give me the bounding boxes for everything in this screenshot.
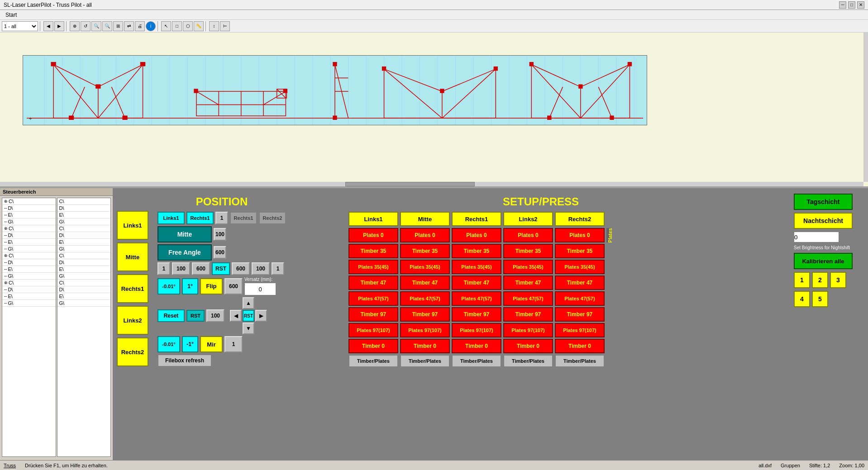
list-item[interactable]: ─D\ <box>2 205 56 212</box>
list-item[interactable]: G\ <box>57 273 111 280</box>
num-btn-2[interactable]: 2 <box>812 272 828 288</box>
view-dropdown[interactable]: 1 - all <box>2 21 38 31</box>
sp-links2-timber47[interactable]: Timber 47 <box>503 275 553 290</box>
sp-rechts2-timber47[interactable]: Timber 47 <box>555 275 605 290</box>
sp-links1-btn[interactable]: Links1 <box>348 212 398 226</box>
sp-rechts2-timber35[interactable]: Timber 35 <box>555 244 605 258</box>
toolbar-arrows[interactable]: ⇄ <box>124 21 134 31</box>
mir-btn[interactable]: Mir <box>200 336 223 352</box>
list-item[interactable]: C\ <box>57 225 111 232</box>
vertical-scrollbar[interactable] <box>863 33 868 182</box>
sp-rechts1-btn[interactable]: Rechts1 <box>452 212 501 226</box>
toolbar-print[interactable]: 🖨 <box>135 21 145 31</box>
toolbar-back[interactable]: ◀ <box>43 21 53 31</box>
angle-neg1-btn[interactable]: -1° <box>182 336 198 352</box>
list-item[interactable]: ─D\ <box>2 286 56 293</box>
scrollbar-thumb[interactable] <box>345 182 475 186</box>
angle-neg2-btn[interactable]: -0.01° <box>157 336 180 352</box>
sp-links1-plates97[interactable]: Plates 97(107) <box>348 323 398 337</box>
list-item[interactable]: D\ <box>57 232 111 239</box>
num-btn-4[interactable]: 4 <box>794 291 810 307</box>
rst2-btn[interactable]: RST <box>186 310 205 322</box>
list-item[interactable]: E\ <box>57 266 111 273</box>
links1-section-btn[interactable]: Links1 <box>117 211 148 240</box>
sp-links1-timber47[interactable]: Timber 47 <box>348 275 398 290</box>
sp-rechts1-plates0[interactable]: Plates 0 <box>452 228 501 242</box>
sp-links1-timber97[interactable]: Timber 97 <box>348 307 398 322</box>
nachtschicht-btn[interactable]: Nachtschicht <box>794 213 853 229</box>
sp-mitte-plates35[interactable]: Plates 35(45) <box>400 260 450 274</box>
links1-btn[interactable]: Links1 <box>157 212 185 224</box>
sp-mitte-plates47[interactable]: Plates 47(57) <box>400 291 450 306</box>
sp-links2-plates35[interactable]: Plates 35(45) <box>503 260 553 274</box>
sp-mitte-timber35[interactable]: Timber 35 <box>400 244 450 258</box>
toolbar-zoom-out[interactable]: 🔍 <box>102 21 112 31</box>
sp-links2-timber97[interactable]: Timber 97 <box>503 307 553 322</box>
list-item[interactable]: G\ <box>57 218 111 225</box>
toolbar-btn1[interactable]: ⊕ <box>70 21 80 31</box>
num-btn-1[interactable]: 1 <box>794 272 810 288</box>
toolbar-extend[interactable]: ⊢ <box>220 21 230 31</box>
sp-rechts1-plates47[interactable]: Plates 47(57) <box>452 291 501 306</box>
close-button[interactable]: ✕ <box>857 1 864 9</box>
brightness-input[interactable] <box>794 232 839 242</box>
list-item[interactable]: ⊕C\ <box>2 198 56 205</box>
links2-section-btn[interactable]: Links2 <box>117 306 148 335</box>
rechts1-section-btn[interactable]: Rechts1 <box>117 274 148 303</box>
versatz-input[interactable] <box>244 283 276 295</box>
toolbar-rect[interactable]: □ <box>172 21 182 31</box>
nav-right-btn[interactable]: ▶ <box>255 310 267 322</box>
sp-links1-timber0[interactable]: Timber 0 <box>348 339 398 353</box>
list-item[interactable]: E\ <box>57 212 111 218</box>
list-item[interactable]: E\ <box>57 239 111 246</box>
reset-btn[interactable]: Reset <box>157 309 185 322</box>
sp-rechts1-timber35[interactable]: Timber 35 <box>452 244 501 258</box>
sp-mitte-timber97[interactable]: Timber 97 <box>400 307 450 322</box>
rst-btn[interactable]: RST <box>212 262 230 275</box>
sp-links2-plates47[interactable]: Plates 47(57) <box>503 291 553 306</box>
toolbar-zoom-in[interactable]: 🔍 <box>91 21 101 31</box>
toolbar-zoom-fit[interactable]: ⊞ <box>113 21 123 31</box>
nav-left-btn[interactable]: ◀ <box>230 310 242 322</box>
list-item[interactable]: ─E\ <box>2 212 56 218</box>
sp-links2-plates0[interactable]: Plates 0 <box>503 228 553 242</box>
kalibrieren-btn[interactable]: Kalibrieren alle <box>794 253 853 269</box>
list-item[interactable]: ─G\ <box>2 246 56 252</box>
toolbar-forward[interactable]: ▶ <box>54 21 64 31</box>
rechts2-section-btn[interactable]: Rechts2 <box>117 337 148 366</box>
maximize-button[interactable]: □ <box>848 1 855 9</box>
angle-neg-btn[interactable]: -0.01° <box>157 278 180 294</box>
sp-rechts1-timber97[interactable]: Timber 97 <box>452 307 501 322</box>
list-item[interactable]: ─E\ <box>2 293 56 300</box>
minimize-button[interactable]: ─ <box>839 1 846 9</box>
list-item[interactable]: ⊕C\ <box>2 252 56 259</box>
list-item[interactable]: D\ <box>57 259 111 266</box>
sp-mitte-plates0[interactable]: Plates 0 <box>400 228 450 242</box>
list-item[interactable]: G\ <box>57 246 111 252</box>
list-item[interactable]: ─E\ <box>2 239 56 246</box>
sp-rechts1-timber0[interactable]: Timber 0 <box>452 339 501 353</box>
horizontal-scrollbar[interactable] <box>0 182 863 186</box>
list-item[interactable]: ─G\ <box>2 300 56 307</box>
sp-links2-timberplates[interactable]: Timber/Plates <box>503 355 553 367</box>
sp-rechts1-plates97[interactable]: Plates 97(107) <box>452 323 501 337</box>
angle1-btn[interactable]: 1° <box>182 278 198 294</box>
sp-links1-timber35[interactable]: Timber 35 <box>348 244 398 258</box>
list-item[interactable]: ⊕C\ <box>2 280 56 286</box>
nav-up-btn[interactable]: ▲ <box>243 297 254 309</box>
toolbar-cursor[interactable]: ↕ <box>209 21 219 31</box>
rechts1-btn[interactable]: Rechts1 <box>186 212 214 224</box>
sp-rechts2-timber0[interactable]: Timber 0 <box>555 339 605 353</box>
list-item[interactable]: ─G\ <box>2 218 56 225</box>
sp-links2-timber35[interactable]: Timber 35 <box>503 244 553 258</box>
sp-rechts2-plates47[interactable]: Plates 47(57) <box>555 291 605 306</box>
tagschicht-btn[interactable]: Tagschicht <box>794 194 853 210</box>
sp-links2-btn[interactable]: Links2 <box>503 212 553 226</box>
mitte-section-btn[interactable]: Mitte <box>117 242 148 271</box>
toolbar-measure[interactable]: 📏 <box>194 21 204 31</box>
sp-rechts2-timberplates[interactable]: Timber/Plates <box>555 355 605 367</box>
list-item[interactable]: G\ <box>57 300 111 307</box>
sp-links2-timber0[interactable]: Timber 0 <box>503 339 553 353</box>
nav-down-btn[interactable]: ▼ <box>243 323 254 334</box>
sp-mitte-btn[interactable]: Mitte <box>400 212 450 226</box>
